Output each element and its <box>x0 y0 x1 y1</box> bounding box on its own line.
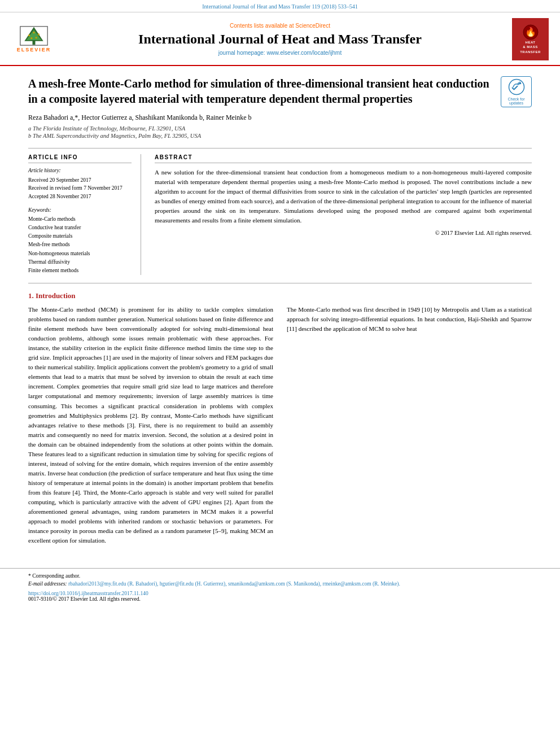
two-col-section: ARTICLE INFO Article history: Received 2… <box>28 154 532 275</box>
body-text-right: The Monte-Carlo method was first describ… <box>287 305 532 334</box>
footer-corresponding-note: * Corresponding author. <box>28 572 532 580</box>
elsevier-tree-icon <box>20 26 48 46</box>
body-section: 1. Introduction The Monte-Carlo method (… <box>28 283 532 550</box>
journal-cover-thumb: 🔥 HEAT& MASSTRANSFER <box>512 18 549 60</box>
abstract-copyright: © 2017 Elsevier Ltd. All rights reserved… <box>155 230 532 236</box>
page-footer: * Corresponding author. E-mail addresses… <box>0 568 560 602</box>
keyword-6: Thermal diffusivity <box>28 258 132 267</box>
journal-title-main: International Journal of Heat and Mass T… <box>65 31 495 47</box>
section-1-heading: 1. Introduction <box>28 291 532 300</box>
keywords-label: Keywords: <box>28 207 132 213</box>
svg-point-4 <box>28 34 30 36</box>
journal-header: ELSEVIER Contents lists available at Sci… <box>0 12 560 66</box>
svg-point-8 <box>36 37 37 38</box>
keywords-section: Keywords: Monte-Carlo methods Conductive… <box>28 207 132 275</box>
two-col-body: The Monte-Carlo method (MCM) is prominen… <box>28 305 532 550</box>
journal-header-right: 🔥 HEAT& MASSTRANSFER <box>504 18 549 60</box>
science-direct-link: Contents lists available at ScienceDirec… <box>65 23 495 29</box>
footer-issn: 0017-9310/© 2017 Elsevier Ltd. All right… <box>28 596 532 602</box>
article-history-label: Article history: <box>28 168 132 173</box>
footer-doi[interactable]: https://doi.org/10.1016/j.ijheatmasstran… <box>28 591 148 596</box>
section-divider-1 <box>28 148 532 148</box>
article-title: A mesh-free Monte-Carlo method for simul… <box>28 76 492 107</box>
affiliation-b: b The AML Superconductivity and Magnetic… <box>28 133 492 139</box>
history-accepted: Accepted 28 November 2017 <box>28 193 132 200</box>
article-authors: Reza Bahadori a,*, Hector Gutierrez a, S… <box>28 113 492 122</box>
science-direct-name[interactable]: ScienceDirect <box>295 23 330 29</box>
elsevier-text: ELSEVIER <box>17 47 51 53</box>
body-col-right: The Monte-Carlo method was first describ… <box>287 305 532 550</box>
elsevier-logo: ELSEVIER <box>11 26 56 53</box>
journal-header-center: Contents lists available at ScienceDirec… <box>56 23 504 56</box>
keyword-4: Mesh-free methods <box>28 241 132 249</box>
abstract-text: A new solution for the three-dimensional… <box>155 168 532 225</box>
body-text-intro: The Monte-Carlo method (MCM) is prominen… <box>28 305 273 545</box>
keyword-1: Monte-Carlo methods <box>28 215 132 224</box>
svg-point-5 <box>38 33 40 35</box>
article-title-text: A mesh-free Monte-Carlo method for simul… <box>28 76 492 140</box>
article-info-header: ARTICLE INFO <box>28 154 132 163</box>
article-title-section: A mesh-free Monte-Carlo method for simul… <box>28 76 532 140</box>
journal-homepage[interactable]: journal homepage: www.elsevier.com/locat… <box>65 50 495 56</box>
journal-cover-icon: 🔥 <box>523 24 539 40</box>
journal-cover-thumb-text: HEAT& MASSTRANSFER <box>520 40 541 54</box>
check-updates-icon <box>508 78 525 95</box>
svg-point-7 <box>30 37 32 39</box>
svg-text:🔥: 🔥 <box>525 27 536 37</box>
keyword-7: Finite element methods <box>28 267 132 275</box>
abstract-col: ABSTRACT A new solution for the three-di… <box>155 154 532 275</box>
keyword-5: Non-homogeneous materials <box>28 250 132 258</box>
check-updates-badge[interactable]: Check for updates <box>501 76 532 107</box>
affiliation-a: a The Florida Institute of Technology, M… <box>28 125 492 132</box>
footer-links: https://doi.org/10.1016/j.ijheatmasstran… <box>28 591 532 596</box>
history-revised: Received in revised form 7 November 2017 <box>28 184 132 192</box>
footer-emails: E-mail addresses: rbahadori2013@my.fit.e… <box>28 580 532 588</box>
keyword-2: Conductive heat transfer <box>28 224 132 232</box>
history-received: Received 20 September 2017 <box>28 176 132 184</box>
main-content: A mesh-free Monte-Carlo method for simul… <box>0 66 560 560</box>
body-col-left: The Monte-Carlo method (MCM) is prominen… <box>28 305 273 550</box>
article-info-col: ARTICLE INFO Article history: Received 2… <box>28 154 141 275</box>
keyword-3: Composite materials <box>28 232 132 241</box>
top-ref-bar: International Journal of Heat and Mass T… <box>0 0 560 12</box>
page-container: International Journal of Heat and Mass T… <box>0 0 560 747</box>
check-updates-text: Check for updates <box>501 97 531 105</box>
journal-reference: International Journal of Heat and Mass T… <box>202 3 357 10</box>
svg-point-6 <box>33 32 34 33</box>
abstract-header: ABSTRACT <box>155 154 532 163</box>
